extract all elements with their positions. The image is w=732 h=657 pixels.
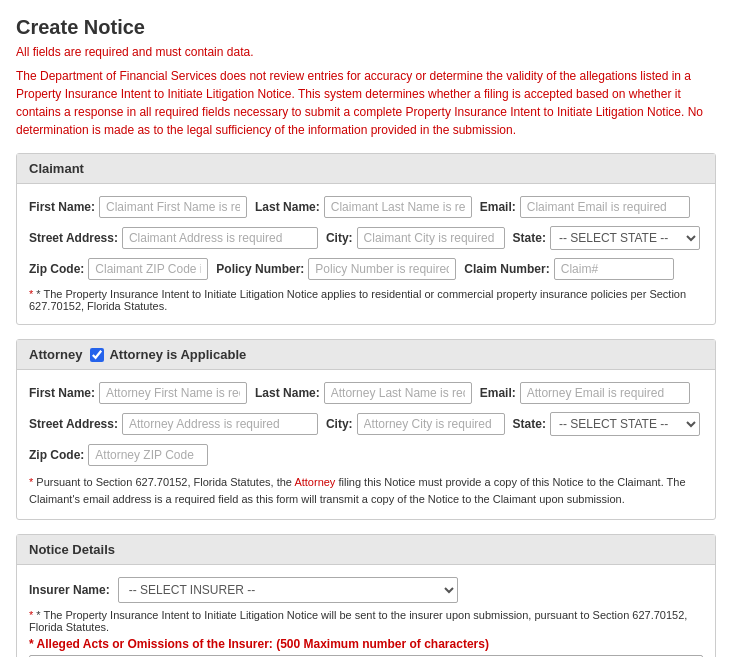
claimant-zip-input[interactable]	[88, 258, 208, 280]
claimant-city-input[interactable]	[357, 227, 505, 249]
claimant-claim-group: Claim Number:	[464, 258, 673, 280]
attorney-note: * Pursuant to Section 627.70152, Florida…	[29, 474, 703, 507]
attorney-email-input[interactable]	[520, 382, 690, 404]
attorney-lastname-group: Last Name:	[255, 382, 472, 404]
insurer-select[interactable]: -- SELECT INSURER --	[118, 577, 458, 603]
attorney-street-label: Street Address:	[29, 417, 118, 431]
attorney-applicable-checkbox[interactable]	[90, 348, 104, 362]
required-note: All fields are required and must contain…	[16, 45, 716, 59]
claimant-state-group: State: -- SELECT STATE --	[513, 226, 700, 250]
notice-details-body: Insurer Name: -- SELECT INSURER -- * * T…	[17, 565, 715, 657]
claimant-city-group: City:	[326, 227, 505, 249]
claimant-lastname-label: Last Name:	[255, 200, 320, 214]
disclaimer-text: The Department of Financial Services doe…	[16, 67, 716, 139]
claimant-row-1: First Name: Last Name: Email:	[29, 196, 703, 218]
attorney-street-input[interactable]	[122, 413, 318, 435]
attorney-zip-label: Zip Code:	[29, 448, 84, 462]
claimant-claim-input[interactable]	[554, 258, 674, 280]
claimant-policy-label: Policy Number:	[216, 262, 304, 276]
insurer-note: * * The Property Insurance Intent to Ini…	[29, 609, 703, 633]
claimant-policy-group: Policy Number:	[216, 258, 456, 280]
attorney-row-3: Zip Code:	[29, 444, 703, 466]
claimant-zip-group: Zip Code:	[29, 258, 208, 280]
claimant-email-label: Email:	[480, 200, 516, 214]
attorney-applicable-text: Attorney is Applicable	[109, 347, 246, 362]
claimant-section-body: First Name: Last Name: Email: Street Add…	[17, 184, 715, 324]
attorney-lastname-label: Last Name:	[255, 386, 320, 400]
claimant-street-group: Street Address:	[29, 227, 318, 249]
claimant-row-2: Street Address: City: State: -- SELECT S…	[29, 226, 703, 250]
claimant-section-title: Claimant	[29, 161, 84, 176]
insurer-label: Insurer Name:	[29, 583, 110, 597]
attorney-street-group: Street Address:	[29, 413, 318, 435]
claimant-footnote: * * The Property Insurance Intent to Ini…	[29, 288, 703, 312]
claimant-firstname-label: First Name:	[29, 200, 95, 214]
attorney-lastname-input[interactable]	[324, 382, 472, 404]
attorney-city-label: City:	[326, 417, 353, 431]
attorney-email-group: Email:	[480, 382, 690, 404]
attorney-city-input[interactable]	[357, 413, 505, 435]
claimant-firstname-group: First Name:	[29, 196, 247, 218]
claimant-zip-label: Zip Code:	[29, 262, 84, 276]
claimant-street-input[interactable]	[122, 227, 318, 249]
page-title: Create Notice	[16, 16, 716, 39]
attorney-state-select[interactable]: -- SELECT STATE --	[550, 412, 700, 436]
insurer-row: Insurer Name: -- SELECT INSURER --	[29, 577, 703, 603]
claimant-policy-input[interactable]	[308, 258, 456, 280]
attorney-state-label: State:	[513, 417, 546, 431]
notice-details-section: Notice Details Insurer Name: -- SELECT I…	[16, 534, 716, 657]
claimant-email-group: Email:	[480, 196, 690, 218]
claimant-lastname-input[interactable]	[324, 196, 472, 218]
attorney-city-group: City:	[326, 413, 505, 435]
claimant-street-label: Street Address:	[29, 231, 118, 245]
claimant-claim-label: Claim Number:	[464, 262, 549, 276]
claimant-row-3: Zip Code: Policy Number: Claim Number:	[29, 258, 703, 280]
attorney-email-label: Email:	[480, 386, 516, 400]
claimant-lastname-group: Last Name:	[255, 196, 472, 218]
claimant-state-select[interactable]: -- SELECT STATE --	[550, 226, 700, 250]
attorney-zip-group: Zip Code:	[29, 444, 208, 466]
notice-details-title: Notice Details	[29, 542, 115, 557]
attorney-section-body: First Name: Last Name: Email: Street Add…	[17, 370, 715, 519]
claimant-state-label: State:	[513, 231, 546, 245]
claimant-section: Claimant First Name: Last Name: Email: S…	[16, 153, 716, 325]
attorney-firstname-group: First Name:	[29, 382, 247, 404]
claimant-section-header: Claimant	[17, 154, 715, 184]
attorney-section: Attorney Attorney is Applicable First Na…	[16, 339, 716, 520]
attorney-row-2: Street Address: City: State: -- SELECT S…	[29, 412, 703, 436]
claimant-city-label: City:	[326, 231, 353, 245]
attorney-state-group: State: -- SELECT STATE --	[513, 412, 700, 436]
claimant-firstname-input[interactable]	[99, 196, 247, 218]
attorney-section-header: Attorney Attorney is Applicable	[17, 340, 715, 370]
alleged-label: * Alleged Acts or Omissions of the Insur…	[29, 637, 703, 651]
attorney-zip-input[interactable]	[88, 444, 208, 466]
attorney-firstname-input[interactable]	[99, 382, 247, 404]
attorney-section-title: Attorney	[29, 347, 82, 362]
notice-details-header: Notice Details	[17, 535, 715, 565]
attorney-applicable-label[interactable]: Attorney is Applicable	[90, 347, 246, 362]
claimant-email-input[interactable]	[520, 196, 690, 218]
attorney-row-1: First Name: Last Name: Email:	[29, 382, 703, 404]
attorney-firstname-label: First Name:	[29, 386, 95, 400]
